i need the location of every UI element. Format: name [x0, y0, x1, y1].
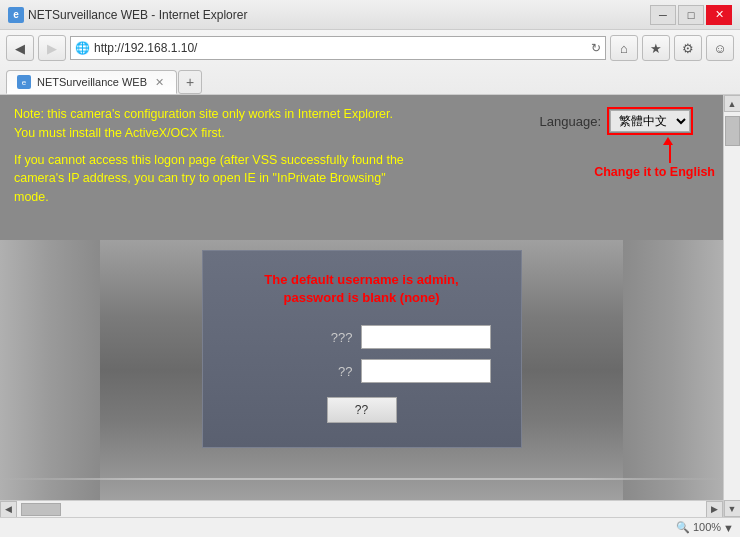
- vertical-scrollbar[interactable]: ▲ ▼: [723, 95, 740, 517]
- username-row: ???: [233, 325, 491, 349]
- arrow-line: [669, 145, 671, 163]
- scroll-up-button[interactable]: ▲: [724, 95, 741, 112]
- address-input[interactable]: [94, 41, 587, 55]
- zoom-control[interactable]: 🔍 100% ▼: [676, 521, 734, 534]
- tab-close-button[interactable]: ✕: [153, 76, 166, 89]
- forward-button[interactable]: ▶: [38, 35, 66, 61]
- arrow-head-icon: [663, 137, 673, 145]
- info-note-2: If you cannot access this logon page (af…: [14, 151, 514, 207]
- login-box: The default username is admin, password …: [202, 250, 522, 448]
- address-bar[interactable]: 🌐 ↻: [70, 36, 606, 60]
- title-bar: e NETSurveillance WEB - Internet Explore…: [0, 0, 740, 30]
- scroll-left-button[interactable]: ◀: [0, 501, 17, 518]
- zoom-arrow[interactable]: ▼: [723, 522, 734, 534]
- minimize-button[interactable]: ─: [650, 5, 676, 25]
- close-button[interactable]: ✕: [706, 5, 732, 25]
- nav-bar: ◀ ▶ 🌐 ↻ ⌂ ★ ⚙ ☺: [0, 30, 740, 66]
- favorites-button[interactable]: ★: [642, 35, 670, 61]
- password-input[interactable]: [361, 359, 491, 383]
- info-panel: Note: this camera's configuration site o…: [0, 95, 723, 217]
- language-select-wrapper[interactable]: 繁體中文 English: [607, 107, 693, 135]
- language-area: Language: 繁體中文 English: [540, 107, 693, 135]
- scroll-thumb[interactable]: [725, 116, 740, 146]
- floor-line: [0, 478, 723, 480]
- default-credentials-notice: The default username is admin, password …: [233, 271, 491, 307]
- active-tab[interactable]: e NETSurveillance WEB ✕: [6, 70, 177, 94]
- back-button[interactable]: ◀: [6, 35, 34, 61]
- zoom-label: 🔍 100%: [676, 521, 721, 534]
- info-note-1: Note: this camera's configuration site o…: [14, 105, 514, 143]
- login-button[interactable]: ??: [327, 397, 397, 423]
- window-controls: ─ □ ✕: [650, 5, 732, 25]
- browser-chrome: ◀ ▶ 🌐 ↻ ⌂ ★ ⚙ ☺ e NETSurveillance WEB ✕ …: [0, 30, 740, 95]
- tab-label: NETSurveillance WEB: [37, 76, 147, 88]
- horizontal-scrollbar[interactable]: ◀ ▶: [0, 500, 723, 517]
- language-label: Language:: [540, 114, 601, 129]
- login-button-row: ??: [233, 397, 491, 423]
- home-button[interactable]: ⌂: [610, 35, 638, 61]
- smiley-button[interactable]: ☺: [706, 35, 734, 61]
- change-english-annotation: Change it to English: [594, 137, 715, 179]
- maximize-button[interactable]: □: [678, 5, 704, 25]
- scroll-h-thumb[interactable]: [21, 503, 61, 516]
- address-favicon: 🌐: [75, 41, 90, 55]
- status-bar: 🔍 100% ▼: [0, 517, 740, 537]
- title-bar-left: e NETSurveillance WEB - Internet Explore…: [8, 7, 247, 23]
- scroll-right-button[interactable]: ▶: [706, 501, 723, 518]
- username-label: ???: [313, 330, 353, 345]
- password-label: ??: [313, 364, 353, 379]
- ie-icon: e: [8, 7, 24, 23]
- page-content: Note: this camera's configuration site o…: [0, 95, 723, 500]
- window-title: NETSurveillance WEB - Internet Explorer: [28, 8, 247, 22]
- change-english-label: Change it to English: [594, 165, 715, 179]
- language-select[interactable]: 繁體中文 English: [610, 110, 690, 132]
- tabs-bar: e NETSurveillance WEB ✕ +: [0, 66, 740, 94]
- username-input[interactable]: [361, 325, 491, 349]
- settings-button[interactable]: ⚙: [674, 35, 702, 61]
- new-tab-button[interactable]: +: [178, 70, 202, 94]
- refresh-button[interactable]: ↻: [591, 41, 601, 55]
- login-area: The default username is admin, password …: [0, 240, 723, 500]
- tab-favicon: e: [17, 75, 31, 89]
- scroll-down-button[interactable]: ▼: [724, 500, 741, 517]
- password-row: ??: [233, 359, 491, 383]
